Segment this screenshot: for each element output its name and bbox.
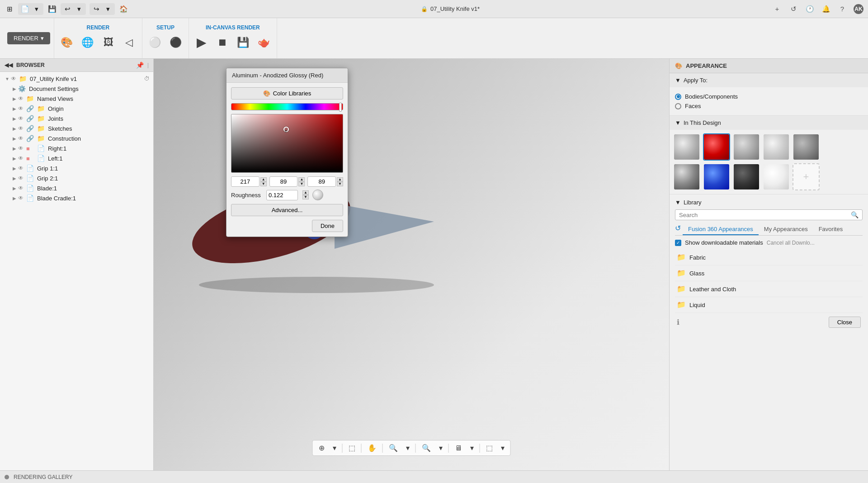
file-dropdown-icon[interactable]: ▾ xyxy=(32,4,42,14)
file-icon[interactable]: 📄 xyxy=(20,4,30,14)
zoom-fit-icon[interactable]: 🔍 xyxy=(420,442,433,454)
browser-pin-icon[interactable]: 📌 xyxy=(136,62,144,69)
tab-favorites[interactable]: Favorites xyxy=(813,224,848,235)
display-settings-icon[interactable]: ⬚ xyxy=(484,442,495,454)
mat-silver2[interactable] xyxy=(733,133,760,161)
eye-icon-grip2[interactable]: 👁 xyxy=(18,175,26,181)
rendering-gallery-label[interactable]: RENDERING GALLERY xyxy=(14,474,72,480)
search-input[interactable] xyxy=(679,212,851,218)
mat-darkgray[interactable] xyxy=(793,133,820,161)
grid-icon[interactable]: ⊞ xyxy=(5,4,14,14)
g-spin-up[interactable]: ▲ xyxy=(298,177,305,182)
roughness-spin-down[interactable]: ▼ xyxy=(302,195,309,199)
hue-bar[interactable] xyxy=(231,103,343,110)
library-header[interactable]: ▼ Library xyxy=(675,199,863,206)
select-dropdown-icon[interactable]: ▾ xyxy=(330,442,339,454)
back-tool[interactable]: ◁ xyxy=(120,33,138,52)
advanced-button[interactable]: Advanced... xyxy=(231,204,343,216)
tree-item-bladecradle[interactable]: ▶ 👁 📄 Blade Cradle:1 xyxy=(0,193,153,203)
refresh-icon[interactable]: ↺ xyxy=(788,4,798,14)
eye-icon-sketches[interactable]: 👁 xyxy=(18,125,26,132)
eye-icon-root[interactable]: 👁 xyxy=(11,76,19,82)
setup-tool1[interactable]: ⚪ xyxy=(146,33,164,52)
in-canvas-play[interactable]: ▶ xyxy=(193,33,211,52)
show-downloadable-checkbox[interactable]: ✓ xyxy=(675,240,681,246)
library-item-fabric[interactable]: 📁 Fabric xyxy=(675,250,863,265)
library-item-glass[interactable]: 📁 Glass xyxy=(675,265,863,281)
history-icon[interactable]: ⏱ xyxy=(144,76,150,82)
color-libraries-button[interactable]: 🎨 Color Libraries xyxy=(231,87,343,99)
r-spin-down[interactable]: ▼ xyxy=(260,182,267,186)
in-canvas-save[interactable]: 💾 xyxy=(234,33,252,52)
zoom-icon[interactable]: 🔍 xyxy=(387,442,400,454)
close-button[interactable]: Close xyxy=(829,317,861,328)
eye-icon-namedviews[interactable]: 👁 xyxy=(18,95,26,102)
eye-icon-right1[interactable]: 👁 xyxy=(18,145,26,152)
tree-item-joints[interactable]: ▶ 👁 🔗 📁 Joints xyxy=(0,114,153,123)
eye-icon-grip1[interactable]: 👁 xyxy=(18,165,26,171)
eye-icon-construction[interactable]: 👁 xyxy=(18,135,26,142)
render-button[interactable]: RENDER ▾ xyxy=(7,32,50,44)
redo-icon[interactable]: ↪ xyxy=(91,4,101,14)
clock-icon[interactable]: 🕐 xyxy=(805,4,815,14)
library-item-liquid[interactable]: 📁 Liquid xyxy=(675,297,863,313)
appearance-tool[interactable]: 🎨 xyxy=(58,33,76,52)
eye-icon-blade1[interactable]: 👁 xyxy=(18,185,26,191)
b-spin-down[interactable]: ▼ xyxy=(337,182,343,186)
search-icon[interactable]: 🔍 xyxy=(851,211,859,218)
eye-icon-left1[interactable]: 👁 xyxy=(18,155,26,161)
in-this-design-header[interactable]: ▼ In This Design xyxy=(670,116,868,130)
display-settings-dropdown-icon[interactable]: ▾ xyxy=(499,442,507,454)
info-icon[interactable]: ℹ xyxy=(677,318,679,327)
eye-icon-bladecradle[interactable]: 👁 xyxy=(18,195,26,201)
tree-item-grip2[interactable]: ▶ 👁 📄 Grip 2:1 xyxy=(0,173,153,183)
roughness-spin-up[interactable]: ▲ xyxy=(302,190,309,195)
bodies-radio[interactable] xyxy=(675,94,681,100)
browser-collapse-icon[interactable]: ◀◀ xyxy=(5,62,13,68)
viewport[interactable]: Aluminum - Anodized Glossy (Red) 🎨 Color… xyxy=(154,59,669,470)
tree-item-right1[interactable]: ▶ 👁 ■ 📄 Right:1 xyxy=(0,143,153,153)
undo-dropdown-icon[interactable]: ▾ xyxy=(74,4,84,14)
color-picker-box[interactable]: + xyxy=(231,114,343,173)
mat-blue-anod[interactable] xyxy=(703,163,730,190)
view-dropdown-icon[interactable]: ▾ xyxy=(468,442,476,454)
b-input[interactable] xyxy=(307,176,336,187)
scene-tool[interactable]: 🌐 xyxy=(79,33,97,52)
mat-metallic2[interactable] xyxy=(673,163,700,190)
display-icon[interactable]: ⬚ xyxy=(346,442,358,454)
r-input[interactable] xyxy=(231,176,259,187)
bell-icon[interactable]: 🔔 xyxy=(821,4,831,14)
tree-item-namedviews[interactable]: ▶ 👁 📁 Named Views xyxy=(0,94,153,104)
add-icon[interactable]: + xyxy=(772,4,782,14)
roughness-input[interactable] xyxy=(266,190,298,200)
r-spin-up[interactable]: ▲ xyxy=(260,177,267,182)
eye-icon-joints[interactable]: 👁 xyxy=(18,115,26,122)
g-input[interactable] xyxy=(269,176,298,187)
select-tool-icon[interactable]: ⊕ xyxy=(316,442,327,454)
in-canvas-stop[interactable]: ⏹ xyxy=(213,33,231,52)
setup-tool2[interactable]: ⚫ xyxy=(167,33,185,52)
zoom-fit-dropdown-icon[interactable]: ▾ xyxy=(437,442,445,454)
faces-radio[interactable] xyxy=(675,103,681,109)
tree-item-blade1[interactable]: ▶ 👁 📄 Blade:1 xyxy=(0,183,153,193)
tree-item-origin[interactable]: ▶ 👁 🔗 📁 Origin xyxy=(0,104,153,114)
tab-my-appearances[interactable]: My Appearances xyxy=(759,224,813,235)
decal-tool[interactable]: 🖼 xyxy=(99,33,118,52)
account-icon[interactable]: AK xyxy=(854,4,863,14)
tree-item-construction[interactable]: ▶ 👁 🔗 📁 Construction xyxy=(0,133,153,143)
render-btn-dropdown[interactable]: ▾ xyxy=(41,35,44,42)
zoom-dropdown-icon[interactable]: ▾ xyxy=(404,442,412,454)
mat-red-anodized[interactable] xyxy=(703,133,730,161)
tree-item-root[interactable]: ▼ 👁 📁 07_Utility Knife v1 ⏱ xyxy=(0,74,153,84)
b-spin-up[interactable]: ▲ xyxy=(337,177,343,182)
undo-icon[interactable]: ↩ xyxy=(62,4,72,14)
apply-to-header[interactable]: ▼ Apply To: xyxy=(670,73,868,87)
save-icon[interactable]: 💾 xyxy=(47,4,57,14)
pan-icon[interactable]: ✋ xyxy=(365,442,379,454)
redo-dropdown-icon[interactable]: ▾ xyxy=(103,4,113,14)
g-spin-down[interactable]: ▼ xyxy=(298,182,305,186)
mat-add[interactable]: + xyxy=(793,163,820,190)
help-icon[interactable]: ? xyxy=(837,4,847,14)
done-button[interactable]: Done xyxy=(312,220,343,232)
cancel-download-label[interactable]: Cancel all Downlo... xyxy=(767,240,815,246)
